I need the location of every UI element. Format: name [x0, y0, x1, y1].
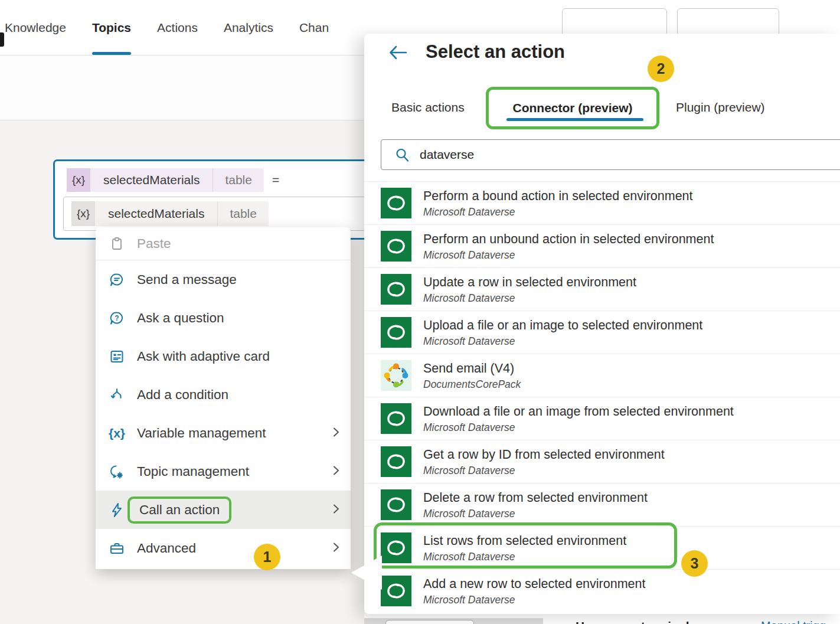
menu-item-paste[interactable]: Paste [96, 227, 351, 260]
action-result-send-email-v4[interactable]: Send email (V4) DocumentsCorePack [364, 354, 840, 397]
action-title: Update a row in selected environment [423, 273, 636, 291]
dataverse-icon [381, 576, 411, 606]
chevron-right-icon [329, 541, 342, 556]
action-publisher: DocumentsCorePack [423, 377, 521, 391]
message-bubble-icon [109, 272, 125, 288]
variable-braces-icon: {x} [71, 201, 95, 226]
action-title: Get a row by ID from selected environmen… [423, 446, 665, 463]
variable-name: selectedMaterials [95, 201, 217, 226]
variable-name: selectedMaterials [90, 168, 213, 192]
menu-item-ask-a-question[interactable]: ? Ask a question [96, 299, 351, 337]
chevron-right-icon [329, 464, 342, 479]
menu-item-topic-management[interactable]: Topic management [96, 452, 351, 491]
annotation-badge-1: 1 [254, 544, 280, 570]
variable-chip[interactable]: {x} selectedMaterials table [67, 168, 264, 192]
action-title: List rows from selected environment [423, 532, 626, 550]
svg-text:?: ? [115, 314, 119, 322]
action-title: Perform an unbound action in selected en… [423, 230, 714, 248]
header-button-outline-1[interactable] [562, 8, 667, 37]
menu-item-variable-management[interactable]: {x} Variable management [96, 414, 351, 452]
action-search-box[interactable] [381, 139, 840, 170]
menu-item-label: Add a condition [137, 387, 228, 403]
briefcase-icon [109, 540, 125, 557]
menu-item-label: Advanced [137, 541, 196, 556]
action-result-perform-a-bound-action-in-selected-environment[interactable]: Perform a bound action in selected envir… [364, 181, 840, 224]
menu-item-label: Topic management [137, 464, 249, 479]
action-publisher: Microsoft Dataverse [423, 334, 702, 348]
nav-tab-chan[interactable]: Chan [299, 0, 329, 55]
back-button[interactable] [387, 43, 409, 65]
docscorepack-icon [381, 360, 411, 391]
variable-type: table [213, 168, 264, 192]
bottom-cutoff-link[interactable]: Manual trigg [761, 619, 826, 624]
action-result-perform-an-unbound-action-in-selected-environment[interactable]: Perform an unbound action in selected en… [364, 224, 840, 267]
action-title: Perform a bound action in selected envir… [423, 187, 693, 205]
edge-cutoff-mark [0, 32, 4, 47]
search-input[interactable] [419, 147, 840, 162]
nav-tab-actions[interactable]: Actions [157, 0, 198, 55]
bottom-cutoff-strip: How many terminals ... Manual trigg [364, 614, 840, 624]
nav-tab-knowledge[interactable]: Knowledge [5, 0, 66, 55]
tab-label: Plugin (preview) [676, 100, 765, 115]
action-publisher: Microsoft Dataverse [423, 248, 714, 262]
dataverse-icon [381, 231, 411, 262]
tab-label: Connector (preview) [512, 101, 632, 115]
variable-value-chip[interactable]: {x} selectedMaterials table [71, 201, 269, 226]
bottom-cutoff-question: How many terminals ... [576, 619, 710, 624]
dataverse-icon [381, 317, 411, 348]
action-result-download-a-file-or-an-image-from-selected-environment[interactable]: Download a file or an image from selecte… [364, 397, 840, 440]
action-result-upload-a-file-or-an-image-to-selected-environment[interactable]: Upload a file or an image to selected en… [364, 311, 840, 354]
menu-item-ask-with-adaptive-card[interactable]: Ask with adaptive card [96, 337, 351, 375]
add-node-context-menu: Paste Send a message ? Ask a question As… [96, 227, 351, 569]
menu-item-advanced[interactable]: Advanced [96, 529, 351, 567]
nav-tab-analytics[interactable]: Analytics [224, 0, 273, 55]
action-result-update-a-row-in-selected-environment[interactable]: Update a row in selected environment Mic… [364, 267, 840, 311]
dataverse-icon [381, 446, 411, 477]
menu-item-send-a-message[interactable]: Send a message [96, 260, 351, 299]
action-title: Delete a row from selected environment [423, 489, 648, 507]
action-result-list-rows-from-selected-environment[interactable]: List rows from selected environment Micr… [364, 526, 840, 569]
header-button-outline-2[interactable] [677, 8, 779, 37]
chevron-right-icon [329, 426, 342, 441]
tab-connector-preview[interactable]: Connector (preview) [486, 87, 659, 129]
action-publisher: Microsoft Dataverse [423, 420, 734, 434]
nav-tab-label: Actions [157, 21, 198, 35]
equals-sign: = [272, 173, 279, 187]
menu-item-label: Variable management [137, 426, 266, 441]
annotation-badge-3: 3 [681, 550, 708, 577]
variable-braces-icon: {x} [109, 425, 125, 442]
action-results-list: Perform a bound action in selected envir… [364, 181, 840, 612]
action-publisher: Microsoft Dataverse [423, 550, 626, 564]
back-arrow-icon [388, 43, 408, 64]
tab-active-underline [506, 118, 643, 121]
tab-plugin-preview[interactable]: Plugin (preview) [676, 87, 765, 128]
action-result-add-a-new-row-to-selected-environment[interactable]: Add a new row to selected environment Mi… [364, 569, 840, 612]
action-publisher: Microsoft Dataverse [423, 205, 693, 219]
topic-gear-icon [109, 463, 125, 480]
nav-tab-label: Chan [299, 21, 329, 35]
copilot-studio-app: Knowledge Topics Actions Analytics Chan … [0, 0, 840, 624]
tab-basic-actions[interactable]: Basic actions [391, 87, 465, 128]
condition-branch-icon [109, 387, 125, 403]
panel-title: Select an action [426, 41, 565, 63]
menu-item-label: Ask with adaptive card [137, 349, 270, 364]
tab-label: Basic actions [391, 100, 465, 115]
menu-item-add-a-condition[interactable]: Add a condition [96, 375, 351, 414]
action-publisher: Microsoft Dataverse [423, 291, 636, 305]
annotation-badge-2: 2 [648, 55, 674, 82]
menu-item-call-an-action[interactable]: Call an action [96, 491, 351, 529]
dataverse-icon [381, 188, 411, 218]
action-result-delete-a-row-from-selected-environment[interactable]: Delete a row from selected environment M… [364, 483, 840, 526]
action-result-get-a-row-by-id-from-selected-environment[interactable]: Get a row by ID from selected environmen… [364, 440, 840, 483]
dataverse-icon [381, 274, 411, 305]
action-title: Download a file or an image from selecte… [423, 403, 734, 420]
action-publisher: Microsoft Dataverse [423, 507, 648, 521]
search-icon [394, 147, 410, 163]
action-title: Upload a file or an image to selected en… [423, 316, 702, 334]
menu-item-label: Paste [137, 236, 171, 251]
action-title: Add a new row to selected environment [423, 575, 645, 593]
action-tabs: Basic actions Connector (preview) Plugin… [364, 87, 840, 132]
lightning-bolt-icon [109, 502, 125, 518]
nav-tab-topics[interactable]: Topics [92, 0, 131, 55]
bottom-cutoff-button[interactable] [385, 620, 474, 624]
